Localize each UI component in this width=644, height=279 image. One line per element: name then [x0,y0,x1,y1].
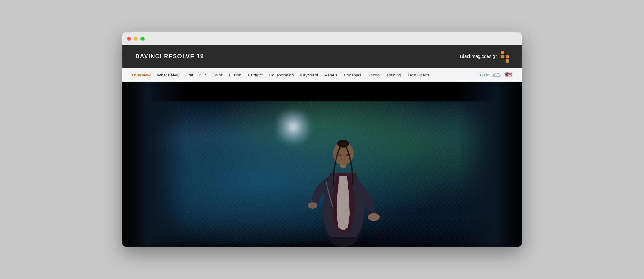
browser-window: DAVINCI RESOLVE 19 Blackmagicdesign Over… [122,32,522,247]
logo-square-1 [501,51,504,54]
nav-link-fusion[interactable]: Fusion [229,73,242,77]
logo-square-3 [501,55,504,59]
nav-item-panels[interactable]: Panels [325,72,337,78]
nav-item-collaboration[interactable]: Collaboration [269,72,294,78]
nav-link-collaboration[interactable]: Collaboration [269,73,294,77]
nav-link-studio[interactable]: Studio [368,73,380,77]
nav-link-keyboard[interactable]: Keyboard [300,73,318,77]
nav-item-keyboard[interactable]: Keyboard [300,72,318,78]
svg-point-5 [337,140,349,148]
nav-links-list: Overview What's New Edit Cut Color Fusio… [132,72,429,78]
nav-item-fairlight[interactable]: Fairlight [248,72,263,78]
nav-menu: Overview What's New Edit Cut Color Fusio… [132,72,429,78]
logo-square-5 [501,59,504,63]
nav-link-cut[interactable]: Cut [199,73,206,77]
nav-item-fusion[interactable]: Fusion [229,72,242,78]
logo-square-6 [506,59,509,63]
logo-square-2 [506,51,509,54]
nav-link-consoles[interactable]: Consoles [344,73,361,77]
nav-item-studio[interactable]: Studio [368,72,380,78]
nav-item-edit[interactable]: Edit [186,72,193,78]
nav-link-fairlight[interactable]: Fairlight [248,73,263,77]
nav-item-consoles[interactable]: Consoles [344,72,361,78]
nav-link-overview[interactable]: Overview [132,73,151,77]
nav-link-panels[interactable]: Panels [325,73,337,77]
nav-link-training[interactable]: Training [386,73,401,77]
login-button[interactable]: Log In [478,72,489,77]
brand-logo: Blackmagicdesign [460,51,509,61]
hero-tree-right [457,82,522,247]
nav-link-edit[interactable]: Edit [186,73,193,77]
maximize-button[interactable] [140,37,145,41]
cloud-icon[interactable] [493,72,502,78]
svg-point-2 [308,202,317,209]
nav-item-training[interactable]: Training [386,72,401,78]
minimize-button[interactable] [134,37,138,41]
nav-right-controls: Log In 🇺🇸 [478,71,512,78]
language-flag[interactable]: 🇺🇸 [505,71,512,78]
site-header: DAVINCI RESOLVE 19 Blackmagicdesign [122,45,522,68]
nav-item-color[interactable]: Color [212,72,222,78]
nav-item-tech-specs[interactable]: Tech Specs [407,72,429,78]
nav-item-cut[interactable]: Cut [199,72,206,78]
bmd-logo-squares [501,51,509,61]
hero-section [122,82,522,247]
svg-point-1 [368,213,380,221]
nav-link-tech-specs[interactable]: Tech Specs [407,73,429,77]
hero-top-bar [122,82,522,101]
svg-point-6 [338,154,342,156]
titlebar [122,32,522,45]
hero-background [122,82,522,247]
hero-figure [295,108,392,247]
close-button[interactable] [127,37,131,41]
logo-square-4 [506,55,509,59]
navbar: Overview What's New Edit Cut Color Fusio… [122,68,522,82]
nav-item-whats-new[interactable]: What's New [157,72,179,78]
site-title: DAVINCI RESOLVE 19 [135,53,204,60]
nav-link-color[interactable]: Color [212,73,222,77]
brand-name: Blackmagicdesign [460,54,498,59]
hero-tree-left [122,82,187,247]
svg-point-7 [346,154,349,156]
nav-item-overview[interactable]: Overview [132,72,151,78]
nav-link-whats-new[interactable]: What's New [157,73,179,77]
